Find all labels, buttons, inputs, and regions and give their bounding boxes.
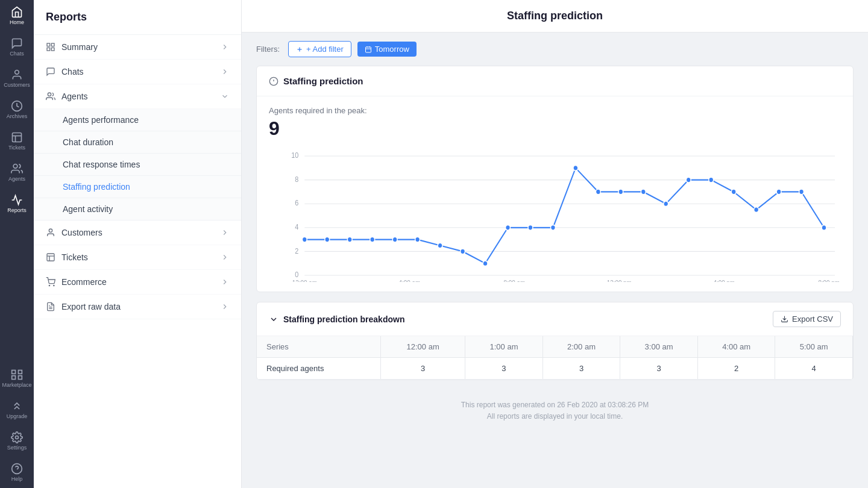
summary-icon — [46, 42, 55, 52]
svg-text:2: 2 — [295, 247, 298, 255]
table-row: Required agents 3 3 3 3 2 4 — [257, 358, 853, 380]
chevron-right-icon — [221, 228, 229, 237]
cell-3am: 3 — [620, 358, 698, 380]
svg-point-18 — [49, 229, 52, 232]
sidebar-item-chats-label: Chats — [61, 67, 84, 77]
nav-customers[interactable]: Customers — [0, 63, 34, 94]
info-icon — [269, 77, 278, 86]
svg-rect-15 — [47, 48, 50, 51]
export-csv-button[interactable]: Export CSV — [773, 311, 841, 327]
cell-4am: 2 — [697, 358, 775, 380]
sidebar-item-agents[interactable]: Agents — [34, 84, 241, 109]
nav-settings[interactable]: Settings — [0, 425, 34, 457]
report-footer: This report was generated on 26 Feb 2020… — [242, 390, 868, 432]
sidebar-subitem-staffing-prediction[interactable]: Staffing prediction — [34, 176, 241, 198]
svg-point-74 — [776, 189, 781, 195]
nav-agents[interactable]: Agents — [0, 157, 34, 188]
nav-home[interactable]: Home — [0, 0, 34, 31]
sidebar-subitem-chat-response-times[interactable]: Chat response times — [34, 154, 241, 176]
metric-value: 9 — [269, 117, 841, 140]
col-5am: 5:00 am — [775, 336, 853, 358]
footer-line2: All reports are displayed in your local … — [251, 411, 858, 422]
icon-nav: Home Chats Customers Archives Tickets Ag… — [0, 0, 34, 488]
staffing-chart: 10 8 6 4 2 0 12:00 am 4:00 am 8:00 am 12… — [269, 149, 841, 282]
chevron-right-icon — [221, 67, 229, 76]
nav-reports[interactable]: Reports — [0, 188, 34, 219]
svg-text:10: 10 — [291, 152, 298, 160]
sidebar: Reports Summary Chats Agents Agents perf… — [34, 0, 242, 488]
nav-upgrade[interactable]: Upgrade — [0, 394, 34, 425]
sidebar-subitem-agent-activity[interactable]: Agent activity — [34, 198, 241, 221]
svg-point-10 — [16, 436, 19, 439]
breakdown-table: Series 12:00 am 1:00 am 2:00 am 3:00 am … — [257, 336, 853, 380]
filters-label: Filters: — [256, 45, 280, 54]
svg-point-53 — [302, 237, 307, 242]
svg-point-63 — [528, 225, 533, 230]
card-title: Staffing prediction — [257, 66, 853, 96]
svg-rect-14 — [51, 43, 54, 46]
staffing-prediction-card: Staffing prediction Agents required in t… — [256, 66, 854, 292]
add-filter-button[interactable]: + Add filter — [288, 41, 351, 57]
svg-text:8:00 am: 8:00 am — [503, 280, 525, 282]
svg-point-23 — [54, 285, 54, 286]
svg-text:6: 6 — [295, 199, 298, 207]
chevron-down-icon — [221, 92, 229, 101]
agents-submenu: Agents performance Chat duration Chat re… — [34, 109, 241, 221]
cell-2am: 3 — [542, 358, 620, 380]
col-12am: 12:00 am — [381, 336, 465, 358]
svg-point-72 — [731, 189, 736, 195]
svg-point-57 — [392, 237, 397, 242]
svg-point-55 — [347, 237, 352, 242]
sidebar-item-summary-label: Summary — [61, 42, 98, 52]
nav-tickets[interactable]: Tickets — [0, 125, 34, 157]
sidebar-subitem-chat-duration[interactable]: Chat duration — [34, 131, 241, 154]
svg-text:4:00 pm: 4:00 pm — [713, 280, 735, 282]
chevron-right-icon — [221, 278, 229, 286]
col-4am: 4:00 am — [697, 336, 775, 358]
svg-text:12:00 am: 12:00 am — [292, 280, 317, 282]
breakdown-title-toggle[interactable]: Staffing prediction breakdown — [269, 314, 404, 324]
sidebar-item-export-label: Export raw data — [61, 302, 121, 311]
svg-text:4: 4 — [295, 224, 299, 231]
sidebar-item-summary[interactable]: Summary — [34, 35, 241, 60]
plus-icon — [296, 46, 303, 53]
card-body: Agents required in the peak: 9 10 8 6 4 — [257, 96, 853, 292]
tomorrow-filter-button[interactable]: Tomorrow — [357, 42, 417, 57]
sidebar-item-chats[interactable]: Chats — [34, 60, 241, 84]
svg-rect-9 — [19, 376, 22, 380]
sidebar-item-tickets[interactable]: Tickets — [34, 245, 241, 270]
chevron-right-icon — [221, 302, 229, 311]
nav-archives[interactable]: Archives — [0, 94, 34, 125]
svg-point-66 — [596, 189, 600, 195]
col-1am: 1:00 am — [465, 336, 543, 358]
svg-rect-6 — [12, 371, 16, 374]
sidebar-item-customers[interactable]: Customers — [34, 221, 241, 245]
svg-point-67 — [618, 189, 623, 195]
col-2am: 2:00 am — [542, 336, 620, 358]
svg-point-73 — [754, 207, 759, 213]
page-title: Staffing prediction — [242, 0, 868, 33]
sidebar-item-export-raw-data[interactable]: Export raw data — [34, 295, 241, 319]
agents-icon — [46, 92, 55, 101]
sidebar-subitem-agents-performance[interactable]: Agents performance — [34, 109, 241, 131]
svg-point-62 — [506, 225, 511, 230]
col-series: Series — [257, 336, 381, 358]
svg-text:8: 8 — [295, 175, 298, 183]
ecommerce-icon — [46, 277, 55, 287]
svg-rect-2 — [13, 133, 22, 142]
breakdown-table-container: Series 12:00 am 1:00 am 2:00 am 3:00 am … — [257, 336, 853, 380]
nav-marketplace[interactable]: Marketplace — [0, 363, 34, 394]
nav-help[interactable]: Help — [0, 457, 34, 488]
svg-rect-28 — [365, 47, 371, 52]
nav-chats[interactable]: Chats — [0, 31, 34, 63]
row-label: Required agents — [257, 358, 381, 380]
sidebar-item-tickets-label: Tickets — [61, 252, 88, 262]
sidebar-item-ecommerce[interactable]: Ecommerce — [34, 270, 241, 295]
cell-12am: 3 — [381, 358, 465, 380]
svg-text:0: 0 — [295, 271, 298, 279]
svg-rect-13 — [47, 43, 50, 46]
svg-point-0 — [15, 70, 19, 75]
metric-label: Agents required in the peak: — [269, 106, 841, 115]
download-icon — [781, 315, 788, 323]
chart-svg: 10 8 6 4 2 0 12:00 am 4:00 am 8:00 am 12… — [269, 149, 841, 282]
